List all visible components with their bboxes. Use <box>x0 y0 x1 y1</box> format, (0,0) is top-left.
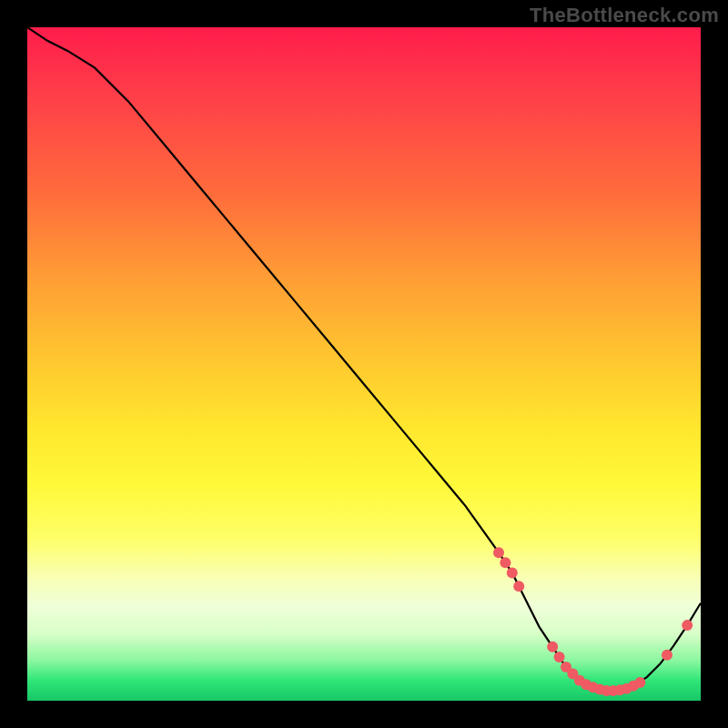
chart-overlay <box>27 27 701 701</box>
marker-point <box>554 652 565 662</box>
marker-point <box>682 620 693 631</box>
marker-point <box>500 557 511 568</box>
bottleneck-curve <box>27 27 701 691</box>
marker-group <box>493 547 693 696</box>
marker-point <box>662 650 672 661</box>
marker-point <box>493 547 504 558</box>
chart-frame: TheBottleneck.com <box>0 0 728 728</box>
marker-point <box>547 642 558 652</box>
marker-point <box>507 567 518 578</box>
watermark-text: TheBottleneck.com <box>530 4 719 27</box>
marker-point <box>513 581 524 592</box>
marker-point <box>634 677 645 688</box>
